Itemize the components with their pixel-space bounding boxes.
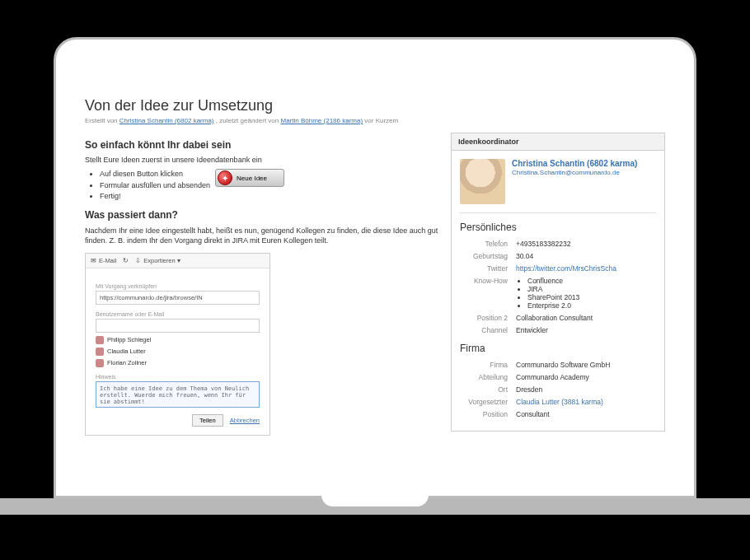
profile-email-link[interactable]: Christina.Schantin@communardo.de [512,169,620,176]
share-panel: ✉ E-Mail ↻ ⇩ Exportieren ▾ Mit Vorgang v… [85,253,270,436]
tab-email[interactable]: ✉ E-Mail [91,257,116,264]
channel-value: Entwickler [516,326,656,334]
avatar-icon [96,336,104,344]
position2-value: Collaboration Consultant [516,314,656,322]
note-textarea[interactable]: Ich habe eine Idee zu dem Thema von Neul… [96,381,260,408]
firma-value: Communardo Software GmbH [516,361,656,369]
user-chip[interactable]: Philipp Schlegel [96,336,260,344]
birthday-value: 30.04 [516,252,656,260]
user-label: Benutzername oder E-Mail [96,311,260,317]
personal-head: Persönliches [460,222,656,233]
user-input[interactable] [96,319,260,333]
lightbulb-icon: ✦ [218,170,232,185]
link-input[interactable] [96,291,260,305]
page-meta: Erstellt von Christina Schantin (6802 ka… [85,117,665,124]
list-item: Auf diesen Button klicken [100,169,210,180]
card-header: Ideenkoordinator [452,133,664,151]
note-label: Hinweis [96,374,260,380]
tab-refresh[interactable]: ↻ [123,257,129,264]
laptop-screen: Von der Idee zur Umsetzung Erstellt von … [54,37,696,498]
page-content: Von der Idee zur Umsetzung Erstellt von … [56,40,694,452]
section-head-1: So einfach könnt Ihr dabei sein [85,139,439,151]
author-link[interactable]: Christina Schantin (6802 karma) [120,117,214,124]
twitter-link[interactable]: https://twitter.com/MrsChrisScha [516,264,616,273]
firma-head: Firma [460,343,656,354]
supervisor-link[interactable]: Claudia Lutter (3881 karma) [516,398,603,406]
body-text: Nachdem Ihr eine Idee eingestellt habt, … [85,226,439,246]
main-column: So einfach könnt Ihr dabei sein Stellt E… [85,133,439,436]
user-chip[interactable]: Claudia Lutter [96,348,260,356]
abteilung-value: Communardo Academy [516,373,656,381]
telefon-value: +4935183382232 [516,240,656,248]
sidebar: Ideenkoordinator Christina Schantin (680… [451,133,665,436]
ort-value: Dresden [516,385,656,394]
coordinator-card: Ideenkoordinator Christina Schantin (680… [451,133,665,432]
knowhow-list: Confluence JIRA SharePoint 2013 Enterpri… [516,277,656,310]
list-item: Formular ausfüllen und absenden [100,180,210,192]
share-tabs: ✉ E-Mail ↻ ⇩ Exportieren ▾ [86,254,270,268]
profile-name-link[interactable]: Christina Schantin (6802 karma) [512,159,637,168]
profile-photo [460,159,505,204]
tab-export[interactable]: ⇩ Exportieren ▾ [135,257,180,264]
intro-text: Stellt Eure Ideen zuerst in unsere Ideen… [85,156,439,164]
avatar-icon [96,348,104,356]
editor-link[interactable]: Martin Böhme (2186 karma) [281,117,363,124]
cancel-link[interactable]: Abbrechen [230,417,260,424]
position-value: Consultant [516,410,656,418]
avatar-icon [96,359,104,367]
page-title: Von der Idee zur Umsetzung [85,97,665,114]
laptop-notch [321,498,429,515]
section-head-2: Was passiert dann? [85,209,439,221]
new-idea-button[interactable]: ✦ Neue Idee [215,169,284,187]
link-label: Mit Vorgang verknüpfen [96,283,260,289]
list-item: Fertig! [100,191,210,203]
user-chip[interactable]: Florian Zollner [96,359,260,367]
share-submit-button[interactable]: Teilen [192,414,223,427]
steps-list: Auf diesen Button klicken Formular ausfü… [85,169,210,203]
